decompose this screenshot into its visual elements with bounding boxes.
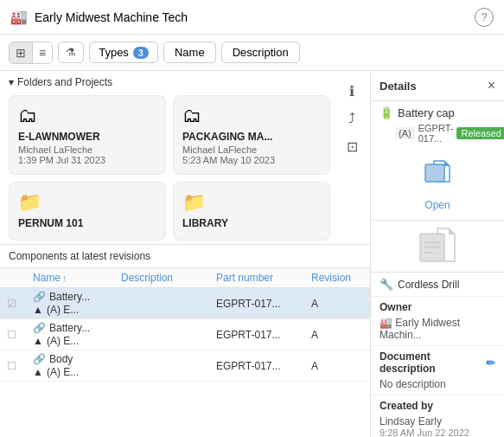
row-item: ▲ (A) E...	[33, 366, 121, 378]
detail-item-row: 🔋 Battery cap	[371, 101, 504, 121]
side-icons: ℹ ⤴ ⊡	[334, 71, 370, 166]
table-row[interactable]: ☐ 🔗 Body ▲ (A) E... EGP	[0, 350, 370, 382]
folder-card-icon: 🗂	[18, 105, 156, 127]
table-row[interactable]: ☑ 🔗 Battery... ▲ (A) E...	[0, 288, 370, 319]
doc-desc-value: No description	[371, 376, 504, 395]
header-part-number[interactable]: Part number	[216, 272, 311, 284]
wrench-icon: 🔧	[380, 278, 393, 291]
folder-card-name: PACKAGING MA...	[182, 131, 321, 143]
description-button[interactable]: Description	[221, 42, 300, 63]
detail-item-tag: (A)	[395, 127, 415, 139]
folder-card-name: LIBRARY	[182, 217, 321, 229]
table-row[interactable]: ☐ 🔗 Battery... ▲ (A) E...	[0, 319, 370, 350]
row-item-label: (A) E...	[47, 366, 79, 378]
assembly-icon: ▲	[33, 304, 43, 316]
folder-card-pernum[interactable]: 📁 PERNUM 101	[9, 182, 166, 241]
row-name-cell: 🔗 Body ▲ (A) E...	[33, 353, 121, 378]
folders-title: Folders and Projects	[17, 76, 112, 88]
row-item-label: Battery...	[49, 322, 90, 334]
created-by-name: Lindsay Early	[380, 415, 495, 427]
share-icon-button[interactable]: ⤴	[339, 106, 365, 132]
edit-icon-button[interactable]: ✏	[486, 357, 495, 370]
left-panel: ℹ ⤴ ⊡ ▾ Folders and Projects 🗂 E-LAWNMOW…	[0, 71, 370, 437]
row-item: 🔗 Body	[33, 353, 121, 365]
folders-header[interactable]: ▾ Folders and Projects	[9, 76, 361, 88]
row-part-number: EGPRT-017...	[216, 329, 311, 341]
folder-card-icon: 📁	[18, 191, 156, 214]
link-icon: 🔗	[33, 322, 46, 334]
thumbnail-icon	[416, 225, 459, 268]
folder-card-name: PERNUM 101	[18, 217, 156, 229]
link-icon: 🔗	[33, 353, 46, 365]
view-toggle: ⊞ ≡	[9, 42, 53, 64]
header-revision[interactable]: Revision	[311, 272, 363, 284]
help-button[interactable]: ?	[475, 8, 494, 27]
row-item-label: Body	[49, 353, 73, 365]
row-item-label: (A) E...	[47, 335, 79, 347]
app-icon: 🏭	[10, 9, 28, 25]
detail-open-area: Open	[371, 149, 504, 221]
folder-card-library[interactable]: 📁 LIBRARY	[173, 182, 330, 241]
owner-label: Owner	[371, 297, 504, 315]
details-close-button[interactable]: ×	[488, 78, 495, 93]
row-revision: A	[311, 360, 363, 372]
folders-chevron-icon: ▾	[9, 76, 14, 88]
row-name-cell: 🔗 Battery... ▲ (A) E...	[33, 291, 121, 316]
detail-sub-item: 🔧 Cordless Drill	[371, 273, 504, 297]
folder-card-icon: 📁	[182, 191, 321, 214]
battery-icon: 🔋	[380, 106, 393, 119]
assembly-icon: ▲	[33, 335, 43, 347]
folder-card-elawnmower[interactable]: 🗂 E-LAWNMOWER Michael LaFleche 1:39 PM J…	[9, 95, 166, 175]
detail-item-name: Battery cap	[398, 106, 455, 119]
assembly-icon: ▲	[33, 366, 43, 378]
app-title: Early Midwest Machine Tech	[35, 10, 475, 24]
box-icon-button[interactable]: ⊡	[339, 133, 365, 159]
created-by-date: 9:28 AM Jun 22 2022	[380, 427, 495, 437]
table-header-row: Name Description Part number Revision	[0, 268, 370, 288]
header-description[interactable]: Description	[121, 272, 216, 284]
open-file-icon	[422, 157, 453, 196]
components-header: Components at latest revisions	[0, 244, 370, 268]
row-revision: A	[311, 329, 363, 341]
row-item: ▲ (A) E...	[33, 335, 121, 347]
folders-section: ▾ Folders and Projects 🗂 E-LAWNMOWER Mic…	[0, 71, 370, 244]
row-item: 🔗 Battery...	[33, 322, 121, 334]
toolbar: ⊞ ≡ ⚗ Types 3 Name Description	[0, 35, 504, 71]
list-view-button[interactable]: ≡	[33, 42, 52, 63]
details-panel-header: Details ×	[371, 71, 504, 101]
row-name-cell: 🔗 Battery... ▲ (A) E...	[33, 322, 121, 347]
types-button[interactable]: Types 3	[89, 42, 158, 63]
row-item-label: (A) E...	[47, 304, 79, 316]
svg-rect-0	[425, 164, 444, 182]
row-checkbox[interactable]: ☑	[7, 298, 33, 310]
types-badge: 3	[133, 47, 149, 59]
row-revision: A	[311, 298, 363, 310]
filter-button[interactable]: ⚗	[58, 42, 84, 63]
folder-card-author: Michael LaFleche	[182, 145, 321, 155]
folder-card-packaging[interactable]: 🗂 PACKAGING MA... Michael LaFleche 5:23 …	[173, 95, 330, 175]
link-icon: 🔗	[33, 291, 46, 303]
owner-icon: 🏭	[380, 317, 395, 329]
owner-value: 🏭 Early Midwest Machin...	[371, 315, 504, 346]
app-container: 🏭 Early Midwest Machine Tech ? ⊞ ≡ ⚗ Typ…	[0, 0, 504, 437]
details-panel: Details × 🔋 Battery cap (A) EGPRT-017...…	[370, 71, 504, 437]
folder-card-author: Michael LaFleche	[18, 145, 156, 155]
detail-open-label[interactable]: Open	[424, 199, 450, 211]
header-name[interactable]: Name	[33, 272, 121, 284]
info-icon-button[interactable]: ℹ	[339, 78, 365, 104]
folder-card-date: 5:23 AM May 10 2023	[182, 155, 321, 165]
header-check	[7, 272, 33, 284]
name-button[interactable]: Name	[163, 42, 216, 63]
folder-card-date: 1:39 PM Jul 31 2023	[18, 155, 156, 165]
components-section: Components at latest revisions Name Desc…	[0, 244, 370, 437]
row-checkbox[interactable]: ☐	[7, 329, 33, 341]
row-checkbox[interactable]: ☐	[7, 360, 33, 372]
folders-grid: 🗂 E-LAWNMOWER Michael LaFleche 1:39 PM J…	[9, 95, 361, 241]
components-table: Name Description Part number Revision ☑ …	[0, 268, 370, 437]
main-layout: ℹ ⤴ ⊡ ▾ Folders and Projects 🗂 E-LAWNMOW…	[0, 71, 504, 437]
detail-item-id: EGPRT-017...	[418, 123, 454, 144]
row-item: ▲ (A) E...	[33, 304, 121, 316]
row-item-label: Battery...	[49, 291, 90, 303]
grid-view-button[interactable]: ⊞	[10, 42, 33, 63]
created-by-label: Created by	[371, 395, 504, 414]
